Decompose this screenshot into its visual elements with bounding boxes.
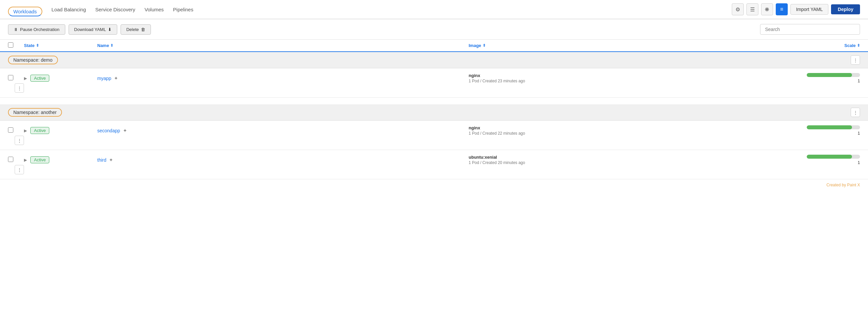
image-name-myapp: nginx [469,73,840,78]
pause-orchestration-button[interactable]: ⏸ Pause Orchestration [8,24,65,35]
delete-button[interactable]: Delete 🗑 [121,24,151,35]
actions-cell-secondapp: ⋮ [8,136,24,145]
status-badge-third: Active [30,156,49,163]
select-checkbox-third[interactable] [8,157,13,162]
top-nav: Workloads Load Balancing Service Discove… [0,0,868,19]
namespace-row-another: Namespace: another ⋮ [0,104,868,121]
state-cell-myapp: ▶ Active [24,75,97,82]
toolbar: ⏸ Pause Orchestration Download YAML ⬇ De… [0,19,868,39]
image-meta-myapp: 1 Pod / Created 23 minutes ago [469,79,840,83]
status-badge-secondapp: Active [30,127,49,134]
namespace-menu-button-another[interactable]: ⋮ [851,108,860,117]
scale-bar-container-myapp [807,73,860,77]
scale-cell-secondapp: 1 [840,125,860,136]
nav-actions: ⚙ ☰ ❋ ≡ Import YAML Deploy [732,3,860,19]
checkbox-cell-third [8,157,24,163]
image-meta-third: 1 Pod / Created 20 minutes ago [469,160,840,165]
expand-icon-secondapp[interactable]: ▶ [24,128,27,133]
actions-cell-myapp: ⋮ [8,83,24,93]
state-sort-icon: ⇕ [36,43,39,48]
tab-service-discovery[interactable]: Service Discovery [95,7,135,16]
spacer-1 [0,98,868,104]
image-cell-myapp: nginx 1 Pod / Created 23 minutes ago [469,73,840,83]
search-input[interactable] [760,24,860,35]
download-yaml-button[interactable]: Download YAML ⬇ [69,24,118,35]
footer-credit: Created by Paint X [826,183,860,187]
name-cell-secondapp[interactable]: secondapp ✦ [97,128,469,134]
scale-bar-secondapp [807,125,852,129]
workload-row-third: ▶ Active third ✦ ubuntu:xenial 1 Pod / C… [0,150,868,179]
workload-menu-button-third[interactable]: ⋮ [14,165,24,174]
grid-icon-btn[interactable]: ≡ [776,3,788,15]
workload-name-secondapp: secondapp [97,128,120,133]
pod-icon-myapp: ✦ [114,75,118,81]
expand-icon-myapp[interactable]: ▶ [24,76,27,81]
tab-workloads[interactable]: Workloads [8,7,42,16]
workload-row-secondapp: ▶ Active secondapp ✦ nginx 1 Pod / Creat… [0,121,868,150]
expand-icon-third[interactable]: ▶ [24,158,27,162]
table-header: State ⇕ Name ⇕ Image ⇕ Scale ⇕ [0,39,868,52]
scale-bar-container-secondapp [807,125,860,129]
nav-tabs: Workloads Load Balancing Service Discove… [8,7,193,16]
pause-label: Pause Orchestration [20,27,60,32]
namespace-row-demo: Namespace: demo ⋮ [0,52,868,68]
pause-icon: ⏸ [14,27,18,32]
image-meta-secondapp: 1 Pod / Created 22 minutes ago [469,131,840,136]
workload-row-myapp: ▶ Active myapp ✦ nginx 1 Pod / Created 2… [0,68,868,98]
scale-bar-container-third [807,155,860,159]
scale-num-secondapp: 1 [858,131,860,136]
status-badge-myapp: Active [30,75,49,82]
state-column-header[interactable]: State ⇕ [24,43,97,48]
image-cell-third: ubuntu:xenial 1 Pod / Created 20 minutes… [469,155,840,165]
scale-bar-third [807,155,852,159]
download-icon: ⬇ [108,27,112,32]
checkbox-header [8,42,24,49]
scale-column-header[interactable]: Scale ⇕ [840,43,860,48]
list-alt-icon-btn[interactable]: ☰ [746,3,758,15]
delete-icon: 🗑 [141,27,145,32]
deploy-button[interactable]: Deploy [831,4,860,14]
pod-icon-third: ✦ [109,157,113,163]
footer: Created by Paint X [0,179,868,191]
name-cell-third[interactable]: third ✦ [97,157,469,163]
namespace-label-another: Namespace: another [8,108,62,117]
image-sort-icon: ⇕ [483,43,486,48]
delete-label: Delete [126,27,139,32]
pod-icon-btn[interactable]: ❋ [761,3,773,15]
scale-num-myapp: 1 [858,78,860,83]
scale-bar-myapp [807,73,852,77]
checkbox-cell-secondapp [8,127,24,134]
toolbar-left: ⏸ Pause Orchestration Download YAML ⬇ De… [8,24,151,35]
search-container [760,24,860,35]
image-column-header[interactable]: Image ⇕ [469,43,840,48]
tab-load-balancing[interactable]: Load Balancing [52,7,86,16]
scale-sort-icon: ⇕ [857,43,860,48]
state-cell-third: ▶ Active [24,156,97,163]
settings-icon-btn[interactable]: ⚙ [732,3,744,15]
scale-num-third: 1 [858,160,860,165]
checkbox-cell-myapp [8,75,24,81]
tab-pipelines[interactable]: Pipelines [173,7,193,16]
image-cell-secondapp: nginx 1 Pod / Created 22 minutes ago [469,125,840,136]
workload-name-third: third [97,157,106,163]
select-checkbox-secondapp[interactable] [8,127,13,133]
namespace-label-demo: Namespace: demo [8,56,58,64]
workload-name-myapp: myapp [97,76,111,81]
import-yaml-button[interactable]: Import YAML [790,4,828,15]
scale-cell-third: 1 [840,155,860,165]
name-cell-myapp[interactable]: myapp ✦ [97,75,469,81]
workload-menu-button-myapp[interactable]: ⋮ [14,83,24,93]
actions-cell-third: ⋮ [8,165,24,174]
name-column-header[interactable]: Name ⇕ [97,43,469,48]
download-label: Download YAML [74,27,106,32]
image-name-third: ubuntu:xenial [469,155,840,160]
select-checkbox-myapp[interactable] [8,75,13,80]
select-all-checkbox[interactable] [8,42,13,48]
image-name-secondapp: nginx [469,125,840,130]
scale-cell-myapp: 1 [840,73,860,83]
namespace-menu-button-demo[interactable]: ⋮ [851,55,860,65]
workload-menu-button-secondapp[interactable]: ⋮ [14,136,24,145]
state-cell-secondapp: ▶ Active [24,127,97,134]
pod-icon-secondapp: ✦ [123,128,127,134]
tab-volumes[interactable]: Volumes [145,7,164,16]
